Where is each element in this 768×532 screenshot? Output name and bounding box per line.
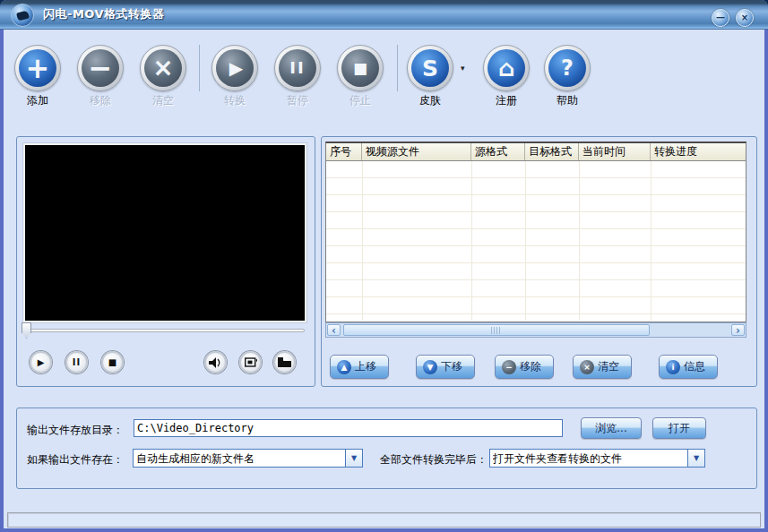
chevron-down-icon[interactable]: ▼ xyxy=(687,450,704,467)
output-directory-input[interactable] xyxy=(134,419,563,437)
button-label: 清空 xyxy=(598,359,619,374)
chevron-down-icon[interactable]: ▾ xyxy=(461,64,465,73)
toolbar-button-skin[interactable]: S 皮肤 xyxy=(407,45,453,107)
home-icon: ⌂ xyxy=(498,56,515,80)
app-window: 闪电-MOV格式转换器 — × + 添加 − 移除 × 清空 ▶ 转换 II 暂… xyxy=(0,0,768,532)
header-cell-srcfmt[interactable]: 源格式 xyxy=(471,143,525,160)
open-file-button[interactable] xyxy=(273,351,296,373)
preview-play-button[interactable]: ▶ xyxy=(30,351,52,373)
toolbar-button-stop[interactable]: ■ 停止 xyxy=(337,45,384,107)
column-separator xyxy=(579,161,580,321)
chevron-right-icon: › xyxy=(736,324,740,337)
file-queue-table: 序号 视频源文件 源格式 目标格式 当前时间 转换进度 xyxy=(325,142,746,322)
toolbar-button-label: 移除 xyxy=(69,93,132,108)
toolbar-button-label: 暂停 xyxy=(266,93,329,108)
toolbar-button-help[interactable]: ? 帮助 xyxy=(544,45,591,107)
preview-pause-button[interactable]: II xyxy=(65,351,88,373)
toolbar-button-register[interactable]: ⌂ 注册 xyxy=(483,45,530,107)
app-icon xyxy=(11,4,34,27)
selected-value: 打开文件夹查看转换的文件 xyxy=(493,451,685,467)
volume-button[interactable] xyxy=(204,351,227,373)
move-down-button[interactable]: ▼ 下移 xyxy=(416,355,475,379)
minus-icon: − xyxy=(502,360,516,374)
camera-icon xyxy=(245,357,257,367)
snapshot-button[interactable] xyxy=(239,351,262,373)
plus-icon: + xyxy=(26,54,50,82)
column-separator xyxy=(525,161,526,321)
seek-slider-track[interactable] xyxy=(25,329,305,332)
folder-icon xyxy=(278,357,291,367)
status-bar xyxy=(7,512,761,528)
column-separator xyxy=(651,161,652,321)
info-button[interactable]: i 信息 xyxy=(659,355,718,379)
minimize-icon: — xyxy=(716,13,725,22)
thumb-grip xyxy=(491,327,502,334)
pause-icon: II xyxy=(73,358,81,367)
header-cell-index[interactable]: 序号 xyxy=(326,143,362,160)
toolbar-button-label: 停止 xyxy=(329,93,392,108)
toolbar-button-label: 清空 xyxy=(132,93,194,108)
cross-icon: × xyxy=(580,360,594,374)
header-cell-dstfmt[interactable]: 目标格式 xyxy=(525,143,579,160)
open-button[interactable]: 打开 xyxy=(652,417,706,439)
hscrollbar-right-arrow[interactable]: › xyxy=(731,324,745,336)
toolbar-button-label: 转换 xyxy=(203,93,266,108)
toolbar-button-label: 注册 xyxy=(475,93,538,108)
column-separator xyxy=(362,161,363,321)
toolbar-button-label: 皮肤 xyxy=(399,93,462,108)
titlebar: 闪电-MOV格式转换器 — × xyxy=(0,0,768,30)
hscrollbar-track[interactable]: ‹ › xyxy=(325,322,746,338)
header-cell-time[interactable]: 当前时间 xyxy=(579,143,651,160)
header-cell-progress[interactable]: 转换进度 xyxy=(651,143,744,160)
chevron-down-icon[interactable]: ▼ xyxy=(345,450,362,467)
app-icon-glyph xyxy=(16,11,30,21)
skin-icon: S xyxy=(422,57,438,80)
header-cell-source[interactable]: 视频源文件 xyxy=(362,143,471,160)
minus-icon: − xyxy=(89,54,113,82)
overwrite-mode-select[interactable]: 自动生成相应的新文件名 ▼ xyxy=(133,449,363,468)
close-button[interactable]: × xyxy=(736,9,754,27)
pause-icon: II xyxy=(289,60,305,76)
chevron-left-icon: ‹ xyxy=(332,324,336,337)
toolbar-button-pause[interactable]: II 暂停 xyxy=(274,45,321,107)
minimize-button[interactable]: — xyxy=(712,9,729,27)
remove-button[interactable]: − 移除 xyxy=(495,355,554,379)
toolbar-button-remove[interactable]: − 移除 xyxy=(77,45,124,107)
selected-value: 自动生成相应的新文件名 xyxy=(136,451,342,467)
window-title: 闪电-MOV格式转换器 xyxy=(43,0,165,30)
toolbar-button-clear[interactable]: × 清空 xyxy=(140,45,186,107)
column-separator xyxy=(471,161,472,321)
table-header-row: 序号 视频源文件 源格式 目标格式 当前时间 转换进度 xyxy=(326,143,746,161)
after-finish-label: 全部文件转换完毕后： xyxy=(380,452,488,468)
clear-button[interactable]: × 清空 xyxy=(573,355,632,379)
exists-mode-label: 如果输出文件存在： xyxy=(27,452,124,468)
button-label: 移除 xyxy=(520,359,541,374)
after-finish-select[interactable]: 打开文件夹查看转换的文件 ▼ xyxy=(489,449,705,468)
browse-button[interactable]: 浏览... xyxy=(581,417,642,439)
play-icon: ▶ xyxy=(38,358,45,367)
hscrollbar-thumb[interactable] xyxy=(343,324,650,336)
info-icon: i xyxy=(666,360,680,374)
question-icon: ? xyxy=(561,57,574,79)
toolbar-button-label: 帮助 xyxy=(536,93,599,108)
down-arrow-icon: ▼ xyxy=(423,360,437,374)
output-dir-label: 输出文件存放目录： xyxy=(27,423,124,438)
speaker-icon xyxy=(209,357,222,368)
preview-stop-button[interactable]: ■ xyxy=(101,351,124,373)
close-icon: × xyxy=(741,13,748,22)
toolbar-button-add[interactable]: + 添加 xyxy=(14,45,61,107)
video-preview-area xyxy=(23,143,306,322)
play-icon: ▶ xyxy=(227,59,243,77)
table-body-empty xyxy=(326,161,746,321)
toolbar-separator xyxy=(397,45,398,91)
move-up-button[interactable]: ▲ 上移 xyxy=(330,355,389,379)
stop-icon: ■ xyxy=(108,358,116,367)
toolbar-button-label: 添加 xyxy=(6,93,69,108)
button-label: 下移 xyxy=(441,359,462,374)
button-label: 上移 xyxy=(355,359,376,374)
hscrollbar-left-arrow[interactable]: ‹ xyxy=(327,324,341,336)
stop-icon: ■ xyxy=(353,61,367,76)
clear-icon: × xyxy=(152,56,173,81)
toolbar-button-convert[interactable]: ▶ 转换 xyxy=(211,45,258,107)
up-arrow-icon: ▲ xyxy=(337,360,351,374)
